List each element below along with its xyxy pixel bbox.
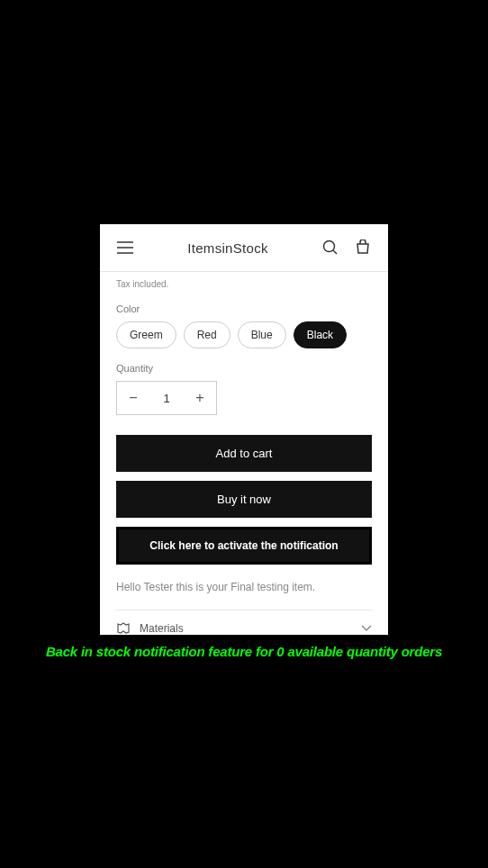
quantity-increase-button[interactable]: +: [184, 382, 216, 414]
color-options: Greem Red Blue Black: [116, 321, 372, 348]
header: ItemsinStock: [100, 224, 388, 272]
quantity-label: Quantity: [116, 363, 372, 374]
store-title: ItemsinStock: [187, 240, 267, 256]
color-option-red[interactable]: Red: [184, 321, 230, 348]
add-to-cart-button[interactable]: Add to cart: [116, 435, 372, 472]
tax-note: Tax included.: [116, 279, 372, 289]
hamburger-icon: [117, 241, 133, 254]
search-button[interactable]: [320, 237, 341, 258]
color-option-blue[interactable]: Blue: [238, 321, 286, 348]
color-option-greem[interactable]: Greem: [116, 321, 176, 348]
app-window: ItemsinStock Tax included. Color Greem R…: [100, 224, 388, 635]
search-icon: [322, 240, 339, 256]
leather-icon: [116, 621, 131, 635]
quantity-stepper: − 1 +: [116, 381, 217, 415]
svg-point-0: [324, 241, 335, 252]
header-actions: [320, 237, 374, 258]
product-content: Tax included. Color Greem Red Blue Black…: [100, 272, 388, 635]
cart-icon: [355, 240, 371, 256]
cart-button[interactable]: [352, 237, 374, 258]
chevron-down-icon: [361, 625, 372, 632]
materials-label: Materials: [140, 622, 352, 635]
quantity-decrease-button[interactable]: −: [117, 382, 149, 414]
menu-button[interactable]: [114, 237, 136, 258]
color-label: Color: [116, 303, 372, 314]
buy-now-button[interactable]: Buy it now: [116, 481, 372, 518]
color-option-black[interactable]: Black: [294, 321, 347, 348]
divider: [116, 610, 372, 610]
product-description: Hello Tester this is your Final testing …: [116, 581, 372, 593]
quantity-value: 1: [149, 392, 184, 405]
caption-text: Back in stock notification feature for 0…: [0, 644, 488, 659]
activate-notification-button[interactable]: Click here to activate the notification: [116, 527, 372, 565]
materials-accordion[interactable]: Materials: [116, 621, 372, 635]
